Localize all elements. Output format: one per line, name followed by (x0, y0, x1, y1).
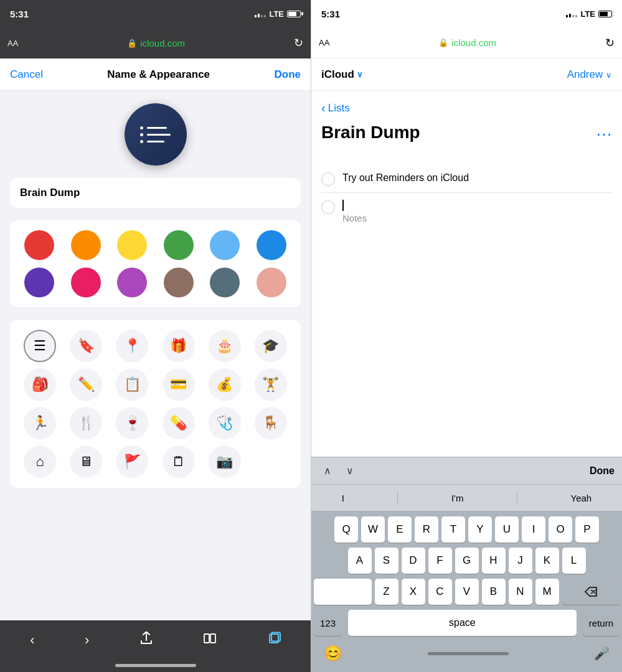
books-btn[interactable] (198, 627, 222, 654)
key-h[interactable]: H (482, 548, 506, 574)
mic-button[interactable]: 🎤 (594, 646, 610, 661)
key-s[interactable]: S (375, 548, 398, 574)
color-rose[interactable] (257, 268, 286, 297)
key-v[interactable]: V (455, 579, 479, 605)
color-light-blue[interactable] (210, 230, 240, 260)
key-r[interactable]: R (415, 516, 438, 543)
key-b[interactable]: B (482, 579, 506, 605)
list-name-input[interactable]: Brain Dump (20, 187, 291, 199)
icon-notepad[interactable]: 🗒 (163, 446, 195, 478)
key-o[interactable]: O (549, 516, 572, 543)
icon-wine[interactable]: 🍷 (116, 407, 148, 439)
key-x[interactable]: X (402, 579, 425, 605)
key-t[interactable]: T (441, 516, 465, 543)
address-bar-right[interactable]: AA 🔒 icloud.com ↻ (311, 27, 622, 58)
key-q[interactable]: Q (334, 516, 358, 543)
notes-placeholder[interactable]: Notes (342, 213, 612, 223)
url-right[interactable]: icloud.com (451, 37, 496, 48)
emoji-button[interactable]: 😊 (324, 645, 342, 662)
key-a[interactable]: A (348, 548, 372, 574)
space-key[interactable]: space (348, 610, 577, 636)
forward-btn[interactable]: › (80, 627, 94, 653)
suggestion-1[interactable]: I (334, 489, 352, 507)
icloud-chevron-icon[interactable]: ∨ (357, 70, 363, 79)
reminder-item-active[interactable]: Notes (321, 193, 612, 230)
icon-pin[interactable]: 📍 (116, 330, 148, 362)
icon-cake[interactable]: 🎂 (209, 330, 241, 362)
icon-home[interactable]: ⌂ (24, 446, 56, 478)
cancel-button[interactable]: Cancel (10, 68, 43, 81)
icon-weights[interactable]: 🏋️ (255, 368, 287, 401)
back-btn[interactable]: ‹ (25, 627, 39, 653)
key-e[interactable]: E (388, 516, 412, 543)
icon-chair[interactable]: 🪑 (255, 407, 287, 439)
aa-text-left[interactable]: AA (7, 39, 18, 48)
address-bar-left[interactable]: AA 🔒 icloud.com ↻ (0, 27, 311, 58)
color-dark-gray[interactable] (210, 268, 240, 297)
color-orange[interactable] (71, 230, 101, 260)
icon-pill[interactable]: 💊 (163, 407, 195, 439)
icon-camera[interactable]: 📷 (209, 446, 241, 478)
key-m[interactable]: M (535, 579, 559, 605)
color-pink[interactable] (71, 268, 101, 297)
icon-cutlery[interactable]: 🍴 (70, 407, 102, 439)
url-left[interactable]: icloud.com (140, 38, 185, 49)
color-brown[interactable] (164, 268, 194, 297)
suggestion-3[interactable]: Yeah (563, 489, 600, 507)
key-u[interactable]: U (495, 516, 519, 543)
list-icon[interactable] (125, 103, 187, 166)
keyboard-done-button[interactable]: Done (590, 465, 615, 477)
icon-card[interactable]: 💳 (163, 368, 195, 401)
color-red[interactable] (24, 230, 54, 260)
icon-gift[interactable]: 🎁 (163, 330, 195, 362)
key-w[interactable]: W (361, 516, 385, 543)
key-l[interactable]: L (562, 548, 586, 574)
icon-flag[interactable]: 🚩 (116, 446, 148, 478)
icon-clipboard[interactable]: 📋 (116, 368, 148, 401)
icon-list[interactable]: ☰ (24, 330, 56, 362)
color-purple[interactable] (24, 268, 54, 297)
icon-pencil[interactable]: ✏️ (70, 368, 102, 401)
key-d[interactable]: D (402, 548, 425, 574)
key-p[interactable]: P (575, 516, 599, 543)
share-btn[interactable] (134, 627, 158, 654)
more-options-button[interactable]: ⋯ (596, 126, 612, 142)
reminder-input-active[interactable] (342, 199, 612, 213)
color-green[interactable] (164, 230, 194, 260)
key-g[interactable]: G (455, 548, 479, 574)
icon-running[interactable]: 🏃 (24, 407, 56, 439)
back-to-lists-button[interactable]: ‹ Lists (321, 101, 612, 115)
user-menu-button[interactable]: Andrew ∨ (567, 68, 612, 81)
key-y[interactable]: Y (468, 516, 492, 543)
return-key[interactable]: return (583, 610, 620, 636)
icon-stethoscope[interactable]: 🩺 (209, 407, 241, 439)
toolbar-down-arrow[interactable]: ∨ (341, 462, 359, 479)
key-j[interactable]: J (509, 548, 532, 574)
color-lavender[interactable] (117, 268, 147, 297)
icon-money[interactable]: 💰 (209, 368, 241, 401)
icon-bookmark[interactable]: 🔖 (70, 330, 102, 362)
key-z[interactable]: Z (375, 579, 398, 605)
refresh-btn-right[interactable]: ↻ (605, 36, 615, 50)
toolbar-up-arrow[interactable]: ∧ (319, 462, 336, 479)
key-k[interactable]: K (535, 548, 559, 574)
aa-text-right[interactable]: AA (319, 38, 329, 47)
key-n[interactable]: N (509, 579, 532, 605)
key-c[interactable]: C (428, 579, 452, 605)
num-key[interactable]: 123 (314, 610, 342, 636)
icon-backpack[interactable]: 🎒 (24, 368, 56, 401)
reminder-checkbox-1[interactable] (321, 172, 335, 186)
reminder-checkbox-2[interactable] (321, 200, 335, 214)
refresh-btn-left[interactable]: ↻ (294, 36, 303, 50)
color-blue[interactable] (257, 230, 286, 260)
shift-key[interactable] (314, 579, 372, 605)
icon-screen[interactable]: 🖥 (70, 446, 102, 478)
icon-graduation[interactable]: 🎓 (255, 330, 287, 362)
backspace-key[interactable] (562, 579, 620, 605)
tabs-btn[interactable] (262, 627, 286, 654)
color-yellow[interactable] (117, 230, 147, 260)
done-button[interactable]: Done (274, 68, 301, 81)
key-i[interactable]: I (522, 516, 545, 543)
suggestion-2[interactable]: I'm (444, 489, 471, 507)
key-f[interactable]: F (428, 548, 452, 574)
